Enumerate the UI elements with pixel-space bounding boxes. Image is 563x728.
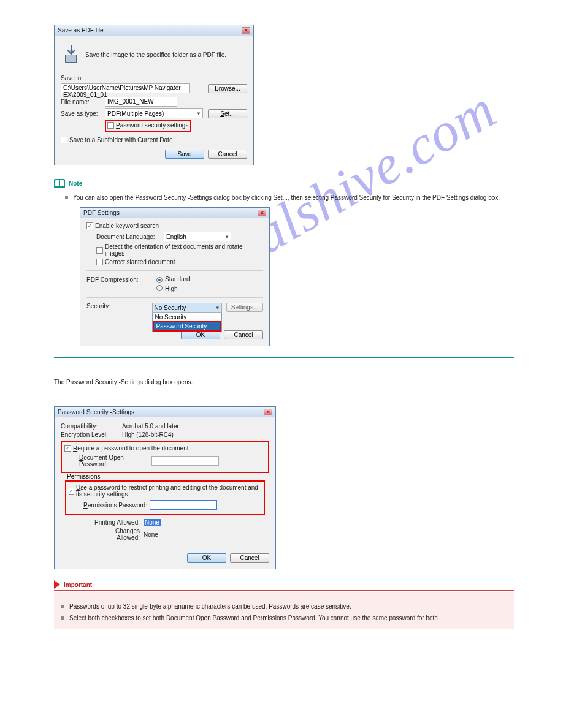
highlight-permissions-password: ✓ Use a password to restrict printing an… [65, 480, 265, 515]
save-as-type-select[interactable]: PDF(Multiple Pages) ▼ [105, 108, 203, 118]
enable-keyword-label: Enable keyword search [95, 222, 159, 229]
dialog-titlebar: Save as PDF file ✕ [55, 25, 253, 36]
bullet-icon [61, 616, 64, 620]
save-as-type-value: PDF(Multiple Pages) [107, 110, 164, 117]
security-option-password[interactable]: Password Security [154, 322, 220, 330]
correct-slanted-label: Correct slanted document [105, 259, 175, 265]
changes-allowed-value: None [144, 531, 158, 538]
ok-button[interactable]: OK [187, 553, 226, 563]
compression-label: PDF Compression: [86, 276, 156, 283]
correct-slanted-checkbox[interactable]: Correct slanted document [96, 259, 175, 265]
dialog-description: Save the image to the specified folder a… [85, 51, 226, 58]
pdf-settings-dialog: PDF Settings ✕ ✓ Enable keyword search D… [80, 207, 270, 346]
password-security-checkbox[interactable]: Password security settings [107, 122, 188, 129]
note-text: You can also open the Password Security … [73, 194, 500, 201]
security-dropdown: No Security Password Security [152, 313, 222, 332]
settings-button: Settings... [226, 303, 263, 312]
encryption-level-label: Encryption Level: [61, 431, 122, 438]
dialog-title: Password Security -Settings [58, 409, 134, 415]
divider [54, 357, 514, 358]
dialog-title: PDF Settings [83, 210, 120, 216]
detect-orientation-label: Detect the orientation of text documents… [105, 243, 263, 257]
save-in-label: Save in: [61, 75, 247, 82]
compression-high-radio[interactable]: High [156, 285, 178, 292]
save-as-type-label: Save as type: [61, 110, 105, 117]
security-option-no-security[interactable]: No Security [153, 313, 221, 321]
subfolder-checkbox[interactable]: Save to a Subfolder with Current Date [61, 137, 172, 143]
chevron-down-icon: ▼ [196, 111, 201, 116]
browse-button[interactable]: Browse... [208, 84, 247, 93]
doc-language-value: English [166, 233, 186, 240]
close-icon[interactable]: ✕ [258, 210, 266, 216]
step-text: The Password Security -Settings dialog b… [54, 379, 514, 385]
compatibility-value: Acrobat 5.0 and later [122, 423, 179, 430]
save-in-input[interactable]: C:\Users\UserName\Pictures\MP Navigator … [61, 83, 190, 93]
important-item: Passwords of up to 32 single-byte alphan… [61, 603, 507, 610]
file-name-input[interactable]: IMG_0001_NEW [105, 97, 177, 107]
dialog-title: Save as PDF file [58, 27, 103, 34]
cancel-button[interactable]: Cancel [208, 150, 247, 159]
security-label: Security: [86, 303, 152, 309]
printing-allowed-label: Printing Allowed: [91, 519, 140, 526]
window-control-group: ✕ [242, 27, 250, 34]
require-password-checkbox[interactable]: ✓ Require a password to open the documen… [64, 445, 188, 452]
close-icon[interactable]: ✕ [242, 27, 250, 34]
subfolder-label: Save to a Subfolder with Current Date [69, 137, 172, 143]
doc-language-select[interactable]: English ▼ [164, 232, 231, 241]
compatibility-label: Compatibility: [61, 423, 122, 430]
dialog-titlebar: PDF Settings ✕ [80, 208, 269, 218]
printing-allowed-value: None [144, 519, 161, 526]
highlight-doc-open-password: ✓ Require a password to open the documen… [61, 441, 269, 473]
important-icon [54, 580, 60, 589]
note-title: Note [69, 180, 82, 187]
bullet-icon [61, 605, 64, 608]
permissions-fieldset: Permissions ✓ Use a password to restrict… [61, 477, 269, 547]
encryption-level-value: High (128-bit-RC4) [122, 431, 174, 438]
password-security-settings-dialog: Password Security -Settings ✕ Compatibil… [54, 406, 276, 569]
chevron-down-icon: ▼ [224, 234, 229, 240]
enable-keyword-search-checkbox[interactable]: ✓ Enable keyword search [86, 222, 159, 229]
use-permissions-password-checkbox[interactable]: ✓ Use a password to restrict printing an… [69, 484, 261, 498]
save-as-pdf-dialog: Save as PDF file ✕ Save the image to the… [54, 25, 254, 165]
important-text: Passwords of up to 32 single-byte alphan… [69, 603, 351, 610]
save-pdf-icon [62, 44, 80, 65]
permissions-password-label: Permissions Password: [83, 502, 150, 509]
important-section: Important Passwords of up to 32 single-b… [54, 580, 514, 629]
security-select[interactable]: No Security ▼ [152, 303, 222, 313]
changes-allowed-label: Changes Allowed: [91, 528, 140, 541]
important-item: Select both checkboxes to set both Docum… [61, 615, 507, 621]
doc-open-password-label: Document Open Password: [79, 454, 151, 468]
file-name-label: File name: [61, 99, 105, 105]
highlight-password-security: Password security settings [105, 120, 191, 132]
compression-standard-radio[interactable]: Standard [156, 276, 190, 283]
detect-orientation-checkbox[interactable]: Detect the orientation of text documents… [96, 243, 263, 257]
close-icon[interactable]: ✕ [264, 409, 272, 415]
use-permissions-label: Use a password to restrict printing and … [76, 484, 261, 498]
chevron-down-icon: ▼ [215, 305, 220, 311]
save-button[interactable]: Save [165, 150, 204, 159]
cancel-button[interactable]: Cancel [224, 330, 263, 339]
permissions-password-input[interactable] [150, 500, 217, 510]
require-password-label: Require a password to open the document [73, 445, 188, 452]
note-item: You can also open the Password Security … [65, 194, 514, 201]
doc-open-password-input[interactable] [151, 456, 219, 466]
bullet-icon [65, 196, 68, 199]
set-button[interactable]: Set... [208, 109, 247, 118]
security-value: No Security [155, 305, 186, 311]
dialog-titlebar: Password Security -Settings ✕ [55, 407, 275, 417]
doc-language-label: Document Language: [96, 233, 164, 240]
password-security-label: Password security settings [116, 122, 188, 129]
important-title: Important [64, 582, 92, 588]
cancel-button[interactable]: Cancel [230, 553, 269, 563]
permissions-legend: Permissions [65, 473, 102, 480]
note-icon [54, 179, 65, 188]
important-text: Select both checkboxes to set both Docum… [69, 615, 440, 621]
note-section: Note You can also open the Password Secu… [54, 179, 514, 201]
